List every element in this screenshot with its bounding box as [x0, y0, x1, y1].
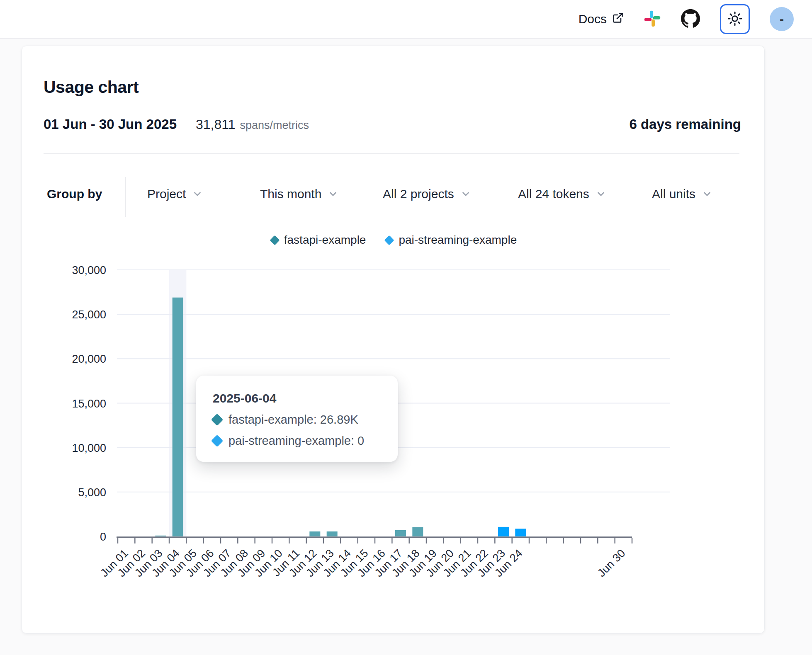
- dropdown-group-by-field[interactable]: Project: [147, 187, 203, 201]
- bar-jun-04-fastapi-example[interactable]: [173, 298, 183, 536]
- docs-link[interactable]: Docs: [579, 12, 624, 27]
- bar-jun-13-fastapi-example[interactable]: [327, 531, 338, 536]
- dropdown-projects-value: All 2 projects: [383, 187, 454, 201]
- dropdown-time-range-value: This month: [260, 187, 321, 201]
- tooltip-date: 2025-06-04: [213, 391, 381, 405]
- avatar[interactable]: -: [770, 7, 794, 31]
- y-axis-tick-label: 25,000: [72, 308, 106, 321]
- tooltip-marker-icon: [211, 414, 224, 426]
- chevron-down-icon: [596, 189, 606, 199]
- usage-card: Usage chart 01 Jun - 30 Jun 2025 31,811 …: [22, 46, 765, 633]
- total-count: 31,811: [196, 117, 236, 132]
- total-unit: spans/metrics: [240, 119, 309, 132]
- legend-marker-icon: [384, 235, 394, 245]
- chevron-down-icon: [460, 189, 471, 199]
- chart-tooltip: 2025-06-04 fastapi-example: 26.89Kpai-st…: [196, 376, 398, 462]
- y-axis-tick-label: 0: [100, 531, 106, 543]
- dropdown-group-by-field-value: Project: [147, 187, 186, 201]
- page-title: Usage chart: [44, 78, 139, 97]
- top-nav-bar: Docs: [0, 0, 812, 39]
- dropdown-tokens[interactable]: All 24 tokens: [518, 187, 606, 201]
- bar-jun-23-pai-streaming-example[interactable]: [498, 527, 509, 536]
- legend-label: pai-streaming-example: [399, 233, 517, 247]
- tooltip-row-text: fastapi-example: 26.89K: [229, 413, 358, 427]
- slack-icon: [644, 10, 661, 29]
- dropdown-time-range[interactable]: This month: [260, 187, 338, 201]
- legend-item-pai-streaming-example[interactable]: pai-streaming-example: [386, 233, 517, 247]
- bar-jun-24-pai-streaming-example[interactable]: [515, 529, 526, 536]
- bar-jun-18-fastapi-example[interactable]: [412, 527, 423, 536]
- theme-toggle-button[interactable]: [720, 4, 750, 34]
- legend-item-fastapi-example[interactable]: fastapi-example: [271, 233, 366, 247]
- y-axis-tick-label: 30,000: [72, 264, 106, 277]
- bar-jun-03-fastapi-example[interactable]: [155, 536, 166, 536]
- chevron-down-icon: [702, 189, 712, 199]
- dropdown-projects[interactable]: All 2 projects: [383, 187, 471, 201]
- section-divider: [44, 153, 739, 154]
- tooltip-row: fastapi-example: 26.89K: [213, 413, 381, 427]
- y-axis-tick-label: 10,000: [72, 442, 106, 454]
- dropdown-tokens-value: All 24 tokens: [518, 187, 589, 201]
- external-link-icon: [612, 12, 624, 27]
- date-range: 01 Jun - 30 Jun 2025: [44, 116, 177, 132]
- x-axis-tick-label: Jun 30: [595, 547, 628, 580]
- dropdown-units[interactable]: All units: [652, 187, 712, 201]
- docs-link-label: Docs: [579, 12, 607, 26]
- chevron-down-icon: [192, 189, 203, 199]
- dropdown-units-value: All units: [652, 187, 695, 201]
- group-by-label: Group by: [47, 187, 102, 201]
- chart-legend: fastapi-examplepai-streaming-example: [118, 233, 670, 247]
- days-remaining: 6 days remaining: [629, 116, 741, 132]
- tooltip-row-text: pai-streaming-example: 0: [229, 434, 364, 448]
- legend-marker-icon: [270, 235, 280, 245]
- tooltip-row: pai-streaming-example: 0: [213, 434, 381, 448]
- y-axis-tick-label: 15,000: [72, 398, 106, 410]
- bar-jun-12-fastapi-example[interactable]: [309, 531, 320, 536]
- usage-meta-row: 01 Jun - 30 Jun 2025 31,811 spans/metric…: [44, 116, 741, 132]
- avatar-label: -: [780, 12, 784, 26]
- legend-label: fastapi-example: [284, 233, 366, 247]
- y-axis-tick-label: 20,000: [72, 353, 106, 365]
- slack-button[interactable]: [644, 10, 661, 29]
- github-button[interactable]: [681, 9, 700, 29]
- github-icon: [681, 9, 700, 29]
- tooltip-marker-icon: [211, 435, 224, 447]
- y-axis-tick-label: 5,000: [78, 486, 106, 499]
- filter-divider: [125, 177, 126, 217]
- bar-jun-17-fastapi-example[interactable]: [395, 530, 406, 536]
- sun-icon: [727, 11, 742, 27]
- chevron-down-icon: [328, 189, 338, 199]
